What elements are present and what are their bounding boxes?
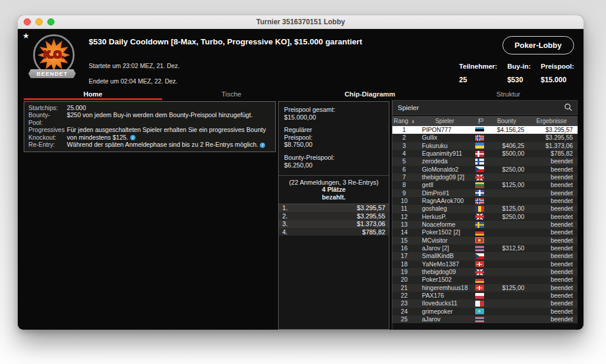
info-row-label: Re-Entry: [28, 141, 64, 148]
germany-flag-icon [475, 277, 484, 283]
info-icon[interactable]: i [260, 143, 265, 148]
payout-list: 1.$3.295,572.$3.295,553.$1.373,064.$785,… [279, 204, 389, 236]
player-rank: 9 [392, 190, 416, 197]
close-button[interactable] [24, 18, 31, 25]
norway-flag-icon [475, 135, 484, 141]
stat-teilnehmer: Teilnehmer:25 [459, 63, 497, 84]
player-result: beendet [526, 182, 578, 188]
player-flag-cell [472, 175, 486, 181]
player-flag-cell [472, 253, 486, 259]
payout-place: 4. [282, 228, 288, 236]
player-row[interactable]: 25aJarovbeendet [392, 315, 578, 323]
player-result: beendet [526, 253, 578, 259]
column-header-rank[interactable]: Rang∧ [392, 118, 416, 124]
player-row[interactable]: 10RagnAArok700beendet [392, 197, 578, 205]
player-row[interactable]: 4Equanimity911$500,00$785,82 [392, 150, 578, 157]
bounty-pool-value: $6.250,00 [284, 162, 383, 169]
column-header-player[interactable]: Spieler [416, 118, 473, 124]
uk-flag-icon [475, 269, 484, 275]
tab-chip-diagramm[interactable]: Chip-Diagramm [301, 88, 439, 100]
player-result: beendet [526, 229, 578, 236]
player-row[interactable]: 7thebigdog09 [2]beendet [392, 173, 578, 181]
main-content: Startchips:25.000Bounty-Pool:$250 von je… [18, 100, 584, 330]
player-rank: 11 [392, 205, 416, 212]
poker-lobby-button[interactable]: Poker-Lobby [502, 36, 574, 54]
tab-struktur[interactable]: Struktur [439, 88, 578, 100]
player-bounty: $500,00 [486, 150, 526, 157]
player-rank: 13 [392, 221, 416, 228]
stat-value: 25 [459, 76, 497, 84]
estonia-flag-icon [475, 127, 484, 133]
entries-summary: (22 Anmeldungen, 3 Re-Entrys) 4 Plätze b… [279, 176, 389, 204]
column-header-bounty[interactable]: Bounty [488, 118, 526, 124]
player-bounty: $4.156,25 [486, 127, 526, 133]
player-rank: 1 [392, 127, 416, 133]
player-row[interactable]: 22PAX176beendet [392, 292, 578, 299]
player-row[interactable]: 23Iloveducks11beendet [392, 299, 578, 307]
ukraine-flag-icon [475, 143, 484, 149]
player-row[interactable]: 6GioMonaldo2$250,00beendet [392, 166, 578, 173]
player-rank: 16 [392, 245, 416, 252]
player-row[interactable]: 21hingeremhuus18$125,00beendet [392, 284, 578, 292]
search-icon[interactable] [564, 103, 572, 112]
player-row[interactable]: 13Noaceformebeendet [392, 221, 578, 228]
player-search-bar[interactable]: Spieler [392, 100, 578, 115]
player-result: beendet [526, 300, 578, 307]
column-header-results[interactable]: Ergebnisse [526, 118, 578, 124]
player-row[interactable]: 20Poker1502beendet [392, 276, 578, 284]
player-row[interactable]: 19thebigdog09beendet [392, 268, 578, 276]
player-result: beendet [526, 174, 578, 181]
player-row[interactable]: 3Fukuruku$406,25$1.373,06 [392, 142, 578, 150]
player-rank: 15 [392, 237, 416, 244]
player-result: $785,82 [526, 150, 578, 157]
stat-label: Teilnehmer: [459, 63, 497, 70]
payout-amount: $3.295,55 [357, 212, 385, 220]
player-name: getll [416, 182, 472, 188]
player-name: RagnAArok700 [416, 198, 472, 204]
switzerland-flag-icon [475, 261, 484, 267]
info-row-label: Bounty-Pool: [28, 111, 64, 126]
norway-flag-icon [475, 198, 484, 204]
player-name: SmallKindB [416, 253, 472, 259]
player-name: thebigdog09 [416, 269, 472, 275]
czech-flag-icon [475, 166, 484, 172]
player-result: beendet [526, 245, 578, 252]
player-row[interactable]: 15MCvisitorbeendet [392, 237, 578, 244]
player-row[interactable]: 16aJarov [2]$312,50beendet [392, 244, 578, 252]
player-row[interactable]: 17SmallKindBbeendet [392, 252, 578, 260]
player-flag-cell [472, 206, 486, 212]
window-titlebar[interactable]: Turnier 3516370151 Lobby [18, 15, 584, 29]
start-time: Startete um 23:02 MEZ, 21. Dez. [89, 62, 436, 69]
player-row[interactable]: 12HerkusP.$250,00beendet [392, 213, 578, 221]
player-result: beendet [526, 198, 578, 204]
player-result: beendet [526, 190, 578, 197]
minimize-button[interactable] [36, 18, 43, 25]
player-row[interactable]: 2Gullix$3.295,55 [392, 134, 578, 141]
player-row[interactable]: 1PIPON777$4.156,25$3.295,57 [392, 126, 578, 134]
player-row[interactable]: 5zerodedabeendet [392, 157, 578, 165]
player-row[interactable]: 14Poker1502 [2]beendet [392, 228, 578, 236]
player-row[interactable]: 8getll$125,00beendet [392, 181, 578, 189]
flag-column-icon[interactable] [473, 118, 488, 124]
tab-tische[interactable]: Tische [162, 88, 301, 100]
player-flag-cell [472, 261, 486, 267]
player-result: beendet [526, 308, 578, 315]
player-row[interactable]: 24grimepokerbeendet [392, 308, 578, 315]
player-name: DimPro#1 [416, 190, 472, 197]
player-row[interactable]: 18YaNeMo1387beendet [392, 260, 578, 268]
info-row-value: Während der späten Anmeldephase sind bis… [67, 141, 271, 148]
info-icon[interactable]: i [130, 135, 136, 140]
player-row[interactable]: 11goshaleg$125,00beendet [392, 205, 578, 212]
stat-preispool: Preispool:$15.000 [541, 63, 574, 84]
tab-bar: HomeTischeChip-DiagrammStruktur [18, 88, 584, 100]
montenegro-flag-icon [475, 237, 484, 243]
stat-buyin: Buy-in:$530 [507, 63, 531, 84]
player-row[interactable]: 9DimPro#1beendet [392, 189, 578, 197]
uk-flag-icon [475, 175, 484, 181]
players-panel: Spieler Rang∧ Spieler [392, 100, 578, 330]
player-rank: 4 [392, 150, 416, 157]
tab-home[interactable]: Home [24, 88, 162, 100]
player-flag-cell [472, 135, 486, 141]
zoom-button[interactable] [47, 18, 54, 25]
player-rank: 25 [392, 316, 416, 323]
